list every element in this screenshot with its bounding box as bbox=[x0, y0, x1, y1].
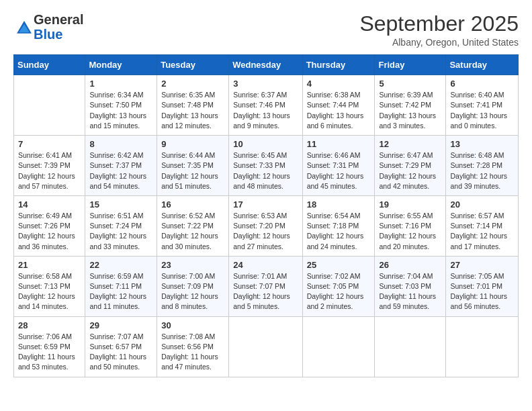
week-row-3: 14Sunrise: 6:49 AMSunset: 7:26 PMDayligh… bbox=[14, 195, 519, 256]
sunrise-text: Sunrise: 7:08 AM bbox=[161, 332, 215, 340]
daylight-text: Daylight: 12 hours and 57 minutes. bbox=[18, 172, 75, 190]
day-number: 27 bbox=[450, 260, 514, 270]
daylight-text: Daylight: 12 hours and 54 minutes. bbox=[89, 172, 146, 190]
sunset-text: Sunset: 6:59 PM bbox=[18, 342, 71, 351]
day-info: Sunrise: 7:08 AMSunset: 6:56 PMDaylight:… bbox=[161, 332, 224, 373]
daylight-text: Daylight: 12 hours and 42 minutes. bbox=[379, 172, 436, 190]
sunset-text: Sunset: 7:14 PM bbox=[450, 222, 502, 230]
calendar-cell: 1Sunrise: 6:34 AMSunset: 7:50 PMDaylight… bbox=[85, 75, 157, 136]
sunrise-text: Sunrise: 7:07 AM bbox=[89, 332, 143, 340]
calendar-cell bbox=[302, 316, 375, 377]
day-info: Sunrise: 6:48 AMSunset: 7:28 PMDaylight:… bbox=[450, 150, 514, 191]
day-info: Sunrise: 6:39 AMSunset: 7:42 PMDaylight:… bbox=[379, 90, 441, 131]
calendar-cell: 18Sunrise: 6:54 AMSunset: 7:18 PMDayligh… bbox=[302, 195, 375, 256]
day-info: Sunrise: 6:42 AMSunset: 7:37 PMDaylight:… bbox=[89, 150, 152, 191]
calendar-cell: 25Sunrise: 7:02 AMSunset: 7:05 PMDayligh… bbox=[302, 256, 375, 316]
sunrise-text: Sunrise: 7:04 AM bbox=[379, 272, 433, 280]
calendar-cell: 10Sunrise: 6:45 AMSunset: 7:33 PMDayligh… bbox=[229, 136, 302, 196]
day-info: Sunrise: 7:07 AMSunset: 6:57 PMDaylight:… bbox=[89, 332, 152, 373]
daylight-text: Daylight: 12 hours and 8 minutes. bbox=[161, 292, 218, 310]
weekday-header-monday: Monday bbox=[85, 55, 157, 75]
day-number: 17 bbox=[233, 199, 298, 210]
sunset-text: Sunset: 7:16 PM bbox=[379, 222, 431, 230]
daylight-text: Daylight: 13 hours and 6 minutes. bbox=[307, 111, 364, 130]
day-info: Sunrise: 6:46 AMSunset: 7:31 PMDaylight:… bbox=[307, 150, 371, 191]
daylight-text: Daylight: 12 hours and 2 minutes. bbox=[307, 292, 364, 310]
calendar-cell: 20Sunrise: 6:57 AMSunset: 7:14 PMDayligh… bbox=[446, 195, 519, 256]
day-info: Sunrise: 6:41 AMSunset: 7:39 PMDaylight:… bbox=[18, 150, 81, 191]
sunrise-text: Sunrise: 7:05 AM bbox=[450, 272, 504, 280]
day-info: Sunrise: 6:53 AMSunset: 7:20 PMDaylight:… bbox=[233, 211, 298, 252]
calendar-cell: 12Sunrise: 6:47 AMSunset: 7:29 PMDayligh… bbox=[375, 136, 446, 196]
sunset-text: Sunset: 7:37 PM bbox=[89, 161, 142, 169]
sunrise-text: Sunrise: 6:49 AM bbox=[18, 212, 72, 220]
subtitle: Albany, Oregon, United States bbox=[359, 37, 519, 48]
calendar-cell: 16Sunrise: 6:52 AMSunset: 7:22 PMDayligh… bbox=[157, 195, 229, 256]
daylight-text: Daylight: 12 hours and 45 minutes. bbox=[307, 172, 364, 190]
calendar-cell: 27Sunrise: 7:05 AMSunset: 7:01 PMDayligh… bbox=[446, 256, 519, 316]
day-info: Sunrise: 6:40 AMSunset: 7:41 PMDaylight:… bbox=[450, 90, 514, 131]
sunset-text: Sunset: 7:46 PM bbox=[233, 101, 285, 109]
sunrise-text: Sunrise: 6:46 AM bbox=[307, 151, 361, 159]
week-row-2: 7Sunrise: 6:41 AMSunset: 7:39 PMDaylight… bbox=[14, 136, 519, 196]
sunrise-text: Sunrise: 6:53 AM bbox=[233, 212, 287, 220]
sunrise-text: Sunrise: 6:51 AM bbox=[89, 212, 143, 220]
day-number: 24 bbox=[233, 260, 298, 270]
day-number: 13 bbox=[450, 139, 514, 149]
logo-icon bbox=[15, 19, 34, 38]
day-info: Sunrise: 6:52 AMSunset: 7:22 PMDaylight:… bbox=[161, 211, 224, 252]
daylight-text: Daylight: 11 hours and 50 minutes. bbox=[89, 353, 146, 371]
daylight-text: Daylight: 12 hours and 27 minutes. bbox=[233, 232, 290, 250]
day-number: 22 bbox=[89, 260, 152, 270]
daylight-text: Daylight: 13 hours and 9 minutes. bbox=[233, 111, 290, 130]
page: General Blue September 2025 Albany, Oreg… bbox=[0, 0, 532, 411]
sunrise-text: Sunrise: 7:06 AM bbox=[18, 332, 72, 340]
weekday-header-tuesday: Tuesday bbox=[157, 55, 229, 75]
sunset-text: Sunset: 7:31 PM bbox=[307, 161, 359, 169]
day-info: Sunrise: 6:58 AMSunset: 7:13 PMDaylight:… bbox=[18, 271, 81, 312]
daylight-text: Daylight: 13 hours and 15 minutes. bbox=[89, 111, 146, 130]
sunrise-text: Sunrise: 6:58 AM bbox=[18, 272, 72, 280]
calendar-cell: 4Sunrise: 6:38 AMSunset: 7:44 PMDaylight… bbox=[302, 75, 375, 136]
daylight-text: Daylight: 12 hours and 24 minutes. bbox=[307, 232, 364, 250]
sunset-text: Sunset: 7:22 PM bbox=[161, 222, 214, 230]
sunset-text: Sunset: 7:50 PM bbox=[89, 101, 142, 109]
day-info: Sunrise: 6:59 AMSunset: 7:11 PMDaylight:… bbox=[89, 271, 152, 312]
calendar-cell: 29Sunrise: 7:07 AMSunset: 6:57 PMDayligh… bbox=[85, 316, 157, 377]
sunset-text: Sunset: 7:28 PM bbox=[450, 161, 502, 169]
title-block: September 2025 Albany, Oregon, United St… bbox=[359, 12, 519, 48]
sunrise-text: Sunrise: 6:44 AM bbox=[161, 151, 215, 159]
calendar-cell: 5Sunrise: 6:39 AMSunset: 7:42 PMDaylight… bbox=[375, 75, 446, 136]
day-info: Sunrise: 7:04 AMSunset: 7:03 PMDaylight:… bbox=[379, 271, 441, 312]
calendar-cell bbox=[375, 316, 446, 377]
sunset-text: Sunset: 6:56 PM bbox=[161, 342, 214, 351]
sunrise-text: Sunrise: 6:37 AM bbox=[233, 91, 287, 99]
day-info: Sunrise: 7:01 AMSunset: 7:07 PMDaylight:… bbox=[233, 271, 298, 312]
day-number: 8 bbox=[89, 139, 152, 149]
sunset-text: Sunset: 7:13 PM bbox=[18, 282, 71, 290]
daylight-text: Daylight: 12 hours and 51 minutes. bbox=[161, 172, 218, 190]
day-number: 10 bbox=[233, 139, 298, 149]
day-number: 14 bbox=[18, 199, 81, 210]
sunrise-text: Sunrise: 6:52 AM bbox=[161, 212, 215, 220]
calendar-cell: 6Sunrise: 6:40 AMSunset: 7:41 PMDaylight… bbox=[446, 75, 519, 136]
day-info: Sunrise: 6:54 AMSunset: 7:18 PMDaylight:… bbox=[307, 211, 371, 252]
day-info: Sunrise: 6:55 AMSunset: 7:16 PMDaylight:… bbox=[379, 211, 441, 252]
sunset-text: Sunset: 7:01 PM bbox=[450, 282, 502, 290]
day-number: 28 bbox=[18, 320, 81, 330]
sunset-text: Sunset: 7:33 PM bbox=[233, 161, 285, 169]
sunset-text: Sunset: 7:11 PM bbox=[89, 282, 142, 290]
sunrise-text: Sunrise: 7:00 AM bbox=[161, 272, 215, 280]
sunset-text: Sunset: 7:42 PM bbox=[379, 101, 431, 109]
sunrise-text: Sunrise: 6:39 AM bbox=[379, 91, 433, 99]
logo-text: General Blue bbox=[34, 12, 83, 42]
sunset-text: Sunset: 7:48 PM bbox=[161, 101, 214, 109]
day-number: 1 bbox=[89, 79, 152, 89]
day-info: Sunrise: 6:45 AMSunset: 7:33 PMDaylight:… bbox=[233, 150, 298, 191]
sunrise-text: Sunrise: 6:57 AM bbox=[450, 212, 504, 220]
sunrise-text: Sunrise: 7:02 AM bbox=[307, 272, 361, 280]
sunset-text: Sunset: 7:20 PM bbox=[233, 222, 285, 230]
calendar-cell: 23Sunrise: 7:00 AMSunset: 7:09 PMDayligh… bbox=[157, 256, 229, 316]
sunset-text: Sunset: 7:18 PM bbox=[307, 222, 359, 230]
day-number: 9 bbox=[161, 139, 224, 149]
